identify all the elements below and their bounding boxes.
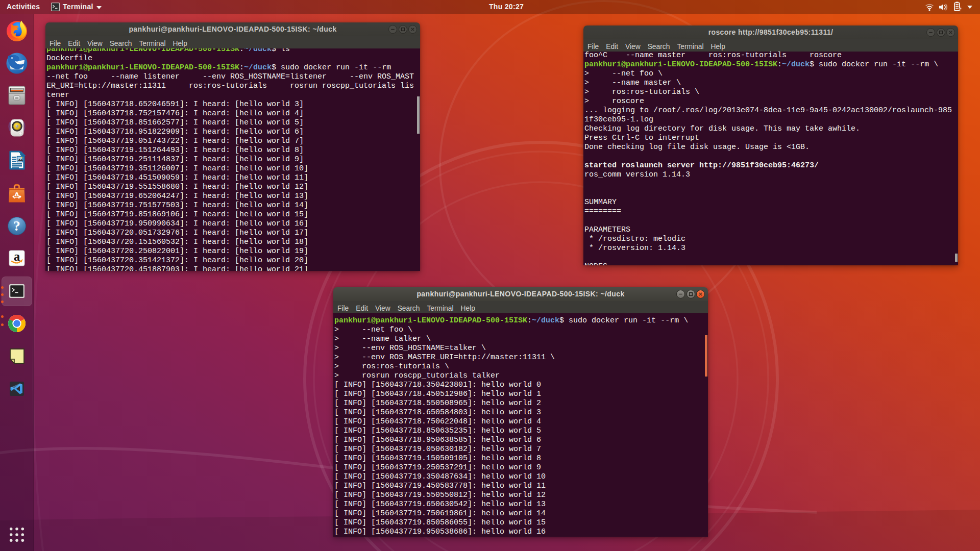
svg-text:?: ?	[13, 218, 20, 234]
svg-text:a: a	[14, 249, 20, 263]
svg-text:A: A	[14, 191, 20, 201]
